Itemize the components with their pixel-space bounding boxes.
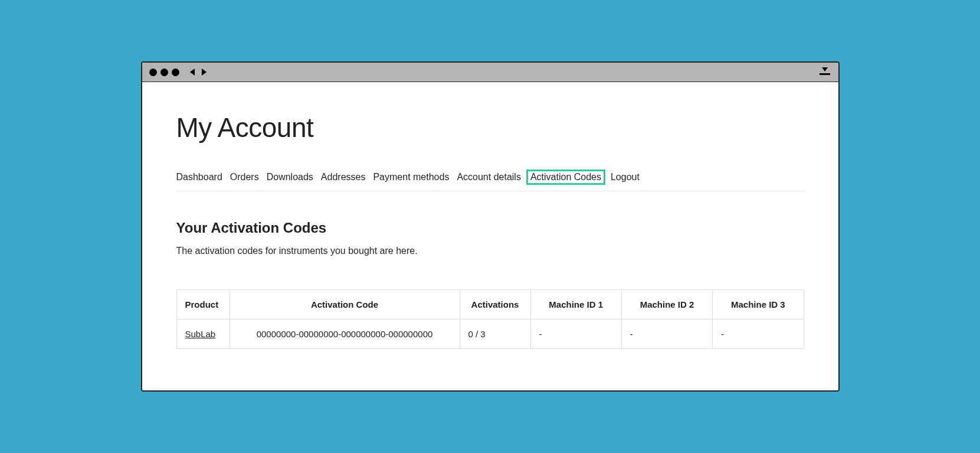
th-machine-id-3: Machine ID 3 xyxy=(713,290,804,320)
th-machine-id-1: Machine ID 1 xyxy=(530,290,621,320)
back-icon[interactable] xyxy=(190,69,195,76)
forward-icon[interactable] xyxy=(202,69,207,76)
tab-dashboard[interactable]: Dashboard xyxy=(176,172,222,182)
section-description: The activation codes for instruments you… xyxy=(176,246,804,256)
page-content: My Account Dashboard Orders Downloads Ad… xyxy=(142,82,838,390)
th-activation-code: Activation Code xyxy=(230,290,460,320)
cell-machine-id-3: - xyxy=(713,320,804,349)
maximize-window-icon[interactable] xyxy=(172,69,179,76)
cell-activation-code: 00000000-00000000-000000000-000000000 xyxy=(230,320,460,349)
table-row: SubLab 00000000-00000000-000000000-00000… xyxy=(176,320,804,349)
nav-arrows xyxy=(190,69,207,76)
browser-titlebar xyxy=(142,63,838,82)
tab-downloads[interactable]: Downloads xyxy=(267,172,313,182)
th-machine-id-2: Machine ID 2 xyxy=(621,290,712,320)
th-activations: Activations xyxy=(460,290,530,320)
tab-orders[interactable]: Orders xyxy=(230,172,259,182)
cell-machine-id-2: - xyxy=(621,320,712,349)
window-controls xyxy=(149,69,179,76)
activation-codes-table: Product Activation Code Activations Mach… xyxy=(176,289,804,349)
tab-addresses[interactable]: Addresses xyxy=(321,172,366,182)
product-link[interactable]: SubLab xyxy=(185,329,216,339)
cell-product: SubLab xyxy=(176,320,230,349)
tab-account-details[interactable]: Account details xyxy=(457,172,521,182)
page-title: My Account xyxy=(176,112,804,144)
section-title: Your Activation Codes xyxy=(176,220,804,236)
th-product: Product xyxy=(176,290,230,320)
close-window-icon[interactable] xyxy=(149,69,157,76)
cell-machine-id-1: - xyxy=(530,320,621,349)
tab-logout[interactable]: Logout xyxy=(611,172,640,182)
tab-payment-methods[interactable]: Payment methods xyxy=(373,172,449,182)
cell-activations: 0 / 3 xyxy=(460,320,530,349)
browser-window: My Account Dashboard Orders Downloads Ad… xyxy=(141,61,840,392)
minimize-window-icon[interactable] xyxy=(160,69,168,76)
account-nav-tabs: Dashboard Orders Downloads Addresses Pay… xyxy=(176,172,804,191)
download-icon[interactable] xyxy=(820,67,830,75)
table-header-row: Product Activation Code Activations Mach… xyxy=(176,290,804,320)
tab-activation-codes[interactable]: Activation Codes xyxy=(526,170,605,185)
